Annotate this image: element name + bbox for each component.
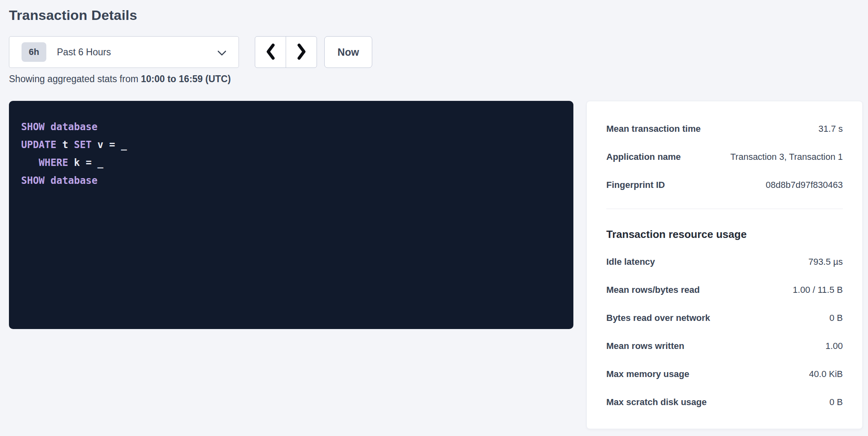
stat-row: Max memory usage40.0 KiB [606, 360, 843, 388]
sql-line: SHOW database [21, 172, 561, 190]
stat-value: 0 B [829, 313, 843, 323]
stat-row: Mean rows/bytes read1.00 / 11.5 B [606, 276, 843, 304]
stat-label: Application name [606, 152, 681, 162]
chevron-left-icon [266, 43, 276, 61]
stat-label: Fingerprint ID [606, 180, 665, 190]
resource-usage-heading: Transaction resource usage [606, 227, 843, 242]
stat-value: 08d8b7d97f830463 [766, 180, 843, 190]
stat-value: Transaction 3, Transaction 1 [730, 152, 843, 162]
sql-line: UPDATE t SET v = _ [21, 136, 561, 154]
stat-row: Application nameTransaction 3, Transacti… [606, 143, 843, 171]
now-button[interactable]: Now [324, 36, 372, 68]
sql-line: WHERE k = _ [21, 154, 561, 172]
sql-code: SHOW databaseUPDATE t SET v = _ WHERE k … [21, 118, 561, 190]
time-controls: 6h Past 6 Hours Now [9, 36, 372, 68]
stat-label: Idle latency [606, 257, 655, 267]
stat-value: 40.0 KiB [809, 369, 843, 379]
stat-value: 1.00 [825, 341, 843, 351]
stat-value: 1.00 / 11.5 B [793, 285, 843, 295]
stat-label: Bytes read over network [606, 313, 710, 323]
stat-label: Mean transaction time [606, 124, 701, 134]
aggregation-range-value: 10:00 to 16:59 (UTC) [141, 74, 231, 84]
time-range-badge: 6h [22, 42, 46, 62]
time-range-label: Past 6 Hours [57, 47, 111, 58]
card-divider [606, 209, 843, 209]
page-title: Transaction Details [9, 7, 137, 23]
stat-row: Bytes read over network0 B [606, 304, 843, 332]
sql-line: SHOW database [21, 118, 561, 136]
aggregation-range-prefix: Showing aggregated stats from [9, 74, 141, 84]
aggregation-range-note: Showing aggregated stats from 10:00 to 1… [9, 74, 231, 85]
resource-stats-list: Idle latency793.5 µsMean rows/bytes read… [606, 248, 843, 416]
summary-stats-list: Mean transaction time31.7 sApplication n… [606, 115, 843, 199]
next-range-button[interactable] [286, 36, 317, 68]
stat-label: Mean rows/bytes read [606, 285, 700, 295]
stat-value: 0 B [829, 397, 843, 408]
stat-label: Max memory usage [606, 369, 689, 379]
chevron-down-icon [217, 50, 226, 57]
transaction-details-page: Transaction Details 6h Past 6 Hours Now [0, 0, 868, 436]
stat-label: Mean rows written [606, 341, 684, 351]
chevron-right-icon [297, 43, 306, 61]
stat-row: Mean rows written1.00 [606, 332, 843, 360]
prev-range-button[interactable] [255, 36, 286, 68]
stat-row: Idle latency793.5 µs [606, 248, 843, 276]
time-nav-button-group [255, 36, 317, 68]
stat-row: Mean transaction time31.7 s [606, 115, 843, 143]
transaction-summary-card: Mean transaction time31.7 sApplication n… [586, 101, 863, 429]
sql-statement-box: SHOW databaseUPDATE t SET v = _ WHERE k … [9, 101, 573, 329]
stat-value: 793.5 µs [808, 257, 843, 267]
stat-label: Max scratch disk usage [606, 397, 707, 408]
stat-row: Fingerprint ID08d8b7d97f830463 [606, 171, 843, 199]
stat-value: 31.7 s [818, 124, 843, 134]
stat-row: Max scratch disk usage0 B [606, 388, 843, 416]
time-range-dropdown[interactable]: 6h Past 6 Hours [9, 36, 239, 68]
